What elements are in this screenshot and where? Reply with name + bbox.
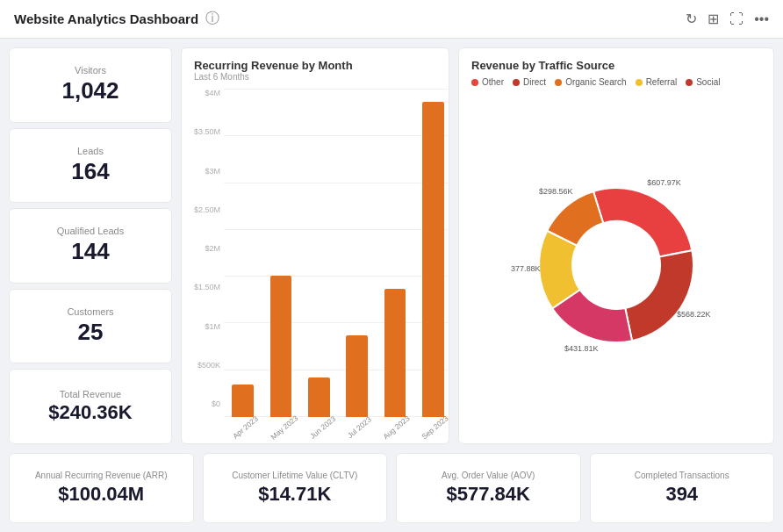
y-axis-label: $4M bbox=[194, 89, 220, 97]
bar bbox=[384, 289, 406, 417]
bottom-kpi-value: 394 bbox=[665, 483, 698, 506]
x-labels: Apr 2023May 2023Jun 2023Jul 2023Aug 2023… bbox=[224, 417, 452, 433]
header-actions: ↻ ⊞ ⛶ ••• bbox=[686, 11, 769, 27]
legend-item: Other bbox=[471, 77, 504, 87]
bar-chart-area: $4M$3.50M$3M$2.50M$2M$1.50M$1M$500K$0 Ap… bbox=[194, 89, 436, 433]
donut-value-label: $607.97K bbox=[647, 178, 681, 187]
kpi-qualified-leads-label: Qualified Leads bbox=[57, 226, 124, 236]
bottom-kpi-label: Customer Lifetime Value (CLTV) bbox=[232, 471, 357, 480]
donut-value-label: $568.22K bbox=[677, 310, 711, 319]
y-axis-label: $2.50M bbox=[194, 205, 220, 214]
header-left: Website Analytics Dashboard ⓘ bbox=[14, 10, 219, 28]
bottom-kpi-value: $577.84K bbox=[447, 483, 530, 506]
app-header: Website Analytics Dashboard ⓘ ↻ ⊞ ⛶ ••• bbox=[0, 0, 783, 39]
bars-and-labels: Apr 2023May 2023Jun 2023Jul 2023Aug 2023… bbox=[224, 89, 452, 433]
donut-segment bbox=[593, 188, 692, 257]
y-axis-label: $2M bbox=[194, 244, 220, 253]
dashboard-body: Visitors 1,042 Leads 164 Qualified Leads… bbox=[0, 39, 783, 532]
kpi-customers-label: Customers bbox=[67, 306, 113, 317]
y-axis-label: $0 bbox=[194, 399, 220, 408]
kpi-customers: Customers 25 bbox=[9, 289, 172, 364]
donut-chart-title: Revenue by Traffic Source bbox=[471, 59, 761, 72]
legend-item: Referral bbox=[636, 77, 678, 87]
legend-label: Social bbox=[696, 77, 720, 87]
kpi-total-revenue: Total Revenue $240.36K bbox=[9, 369, 172, 444]
kpi-leads-value: 164 bbox=[71, 158, 109, 185]
bar bbox=[346, 335, 368, 418]
bottom-kpi-value: $14.71K bbox=[258, 483, 331, 506]
legend-dot bbox=[636, 79, 643, 86]
bar bbox=[422, 102, 444, 417]
bar bbox=[308, 377, 330, 417]
bar-group bbox=[227, 89, 258, 417]
bottom-kpi-value: $100.04M bbox=[58, 483, 144, 506]
kpi-visitors-label: Visitors bbox=[75, 65, 106, 75]
y-axis-label: $3.50M bbox=[194, 127, 220, 136]
donut-value-label: $377.88K bbox=[511, 264, 541, 273]
legend-dot bbox=[513, 79, 520, 86]
bottom-kpi-card: Avg. Order Value (AOV)$577.84K bbox=[396, 453, 581, 523]
kpi-total-revenue-value: $240.36K bbox=[48, 401, 132, 424]
donut-value-label: $298.56K bbox=[539, 187, 573, 196]
bars-row bbox=[224, 89, 452, 417]
donut-area: $607.97K$568.22K$431.81K$377.88K$298.56K bbox=[471, 94, 761, 433]
x-axis-label: Aug 2023 bbox=[381, 413, 411, 441]
legend-label: Referral bbox=[646, 77, 678, 87]
legend-item: Organic Search bbox=[555, 77, 626, 87]
donut-legend: OtherDirectOrganic SearchReferralSocial bbox=[471, 77, 761, 87]
kpi-leads-label: Leads bbox=[77, 146, 104, 156]
x-axis-label: May 2023 bbox=[269, 413, 299, 442]
bottom-kpi-card: Annual Recurring Revenue (ARR)$100.04M bbox=[9, 453, 194, 523]
x-axis-label: Apr 2023 bbox=[231, 414, 260, 441]
y-axis-label: $3M bbox=[194, 167, 220, 176]
kpi-qualified-leads: Qualified Leads 144 bbox=[9, 208, 172, 284]
bar-group bbox=[304, 89, 334, 417]
kpi-customers-value: 25 bbox=[78, 319, 104, 346]
legend-label: Direct bbox=[523, 77, 546, 87]
x-axis-label: Jun 2023 bbox=[308, 414, 337, 441]
y-axis-label: $1M bbox=[194, 322, 220, 331]
bar-chart-panel: Recurring Revenue by Month Last 6 Months… bbox=[181, 47, 449, 444]
share-button[interactable]: ⊞ bbox=[708, 11, 719, 27]
kpi-visitors: Visitors 1,042 bbox=[9, 47, 172, 123]
refresh-button[interactable]: ↻ bbox=[686, 11, 697, 27]
page-title: Website Analytics Dashboard bbox=[14, 11, 198, 26]
bar-group bbox=[265, 89, 296, 417]
donut-svg: $607.97K$568.22K$431.81K$377.88K$298.56K bbox=[511, 167, 722, 360]
bar bbox=[270, 276, 292, 417]
bottom-kpi-label: Completed Transactions bbox=[635, 471, 729, 480]
bar-chart-title: Recurring Revenue by Month bbox=[194, 59, 436, 72]
expand-button[interactable]: ⛶ bbox=[729, 11, 743, 27]
donut-value-label: $431.81K bbox=[564, 344, 599, 353]
kpi-leads: Leads 164 bbox=[9, 128, 172, 204]
legend-item: Direct bbox=[513, 77, 546, 87]
bottom-kpi-label: Annual Recurring Revenue (ARR) bbox=[35, 471, 168, 480]
more-button[interactable]: ••• bbox=[754, 11, 769, 27]
kpi-qualified-leads-value: 144 bbox=[71, 238, 109, 265]
bottom-kpi-card: Customer Lifetime Value (CLTV)$14.71K bbox=[203, 453, 388, 523]
legend-item: Social bbox=[686, 77, 720, 87]
kpi-total-revenue-label: Total Revenue bbox=[60, 389, 121, 399]
bottom-bar: Annual Recurring Revenue (ARR)$100.04MCu… bbox=[9, 453, 774, 523]
info-icon[interactable]: ⓘ bbox=[205, 10, 219, 28]
bottom-kpi-label: Avg. Order Value (AOV) bbox=[442, 471, 535, 480]
bar-group bbox=[341, 89, 372, 417]
x-axis-label: Sep 2023 bbox=[420, 413, 450, 441]
donut-panel: Revenue by Traffic Source OtherDirectOrg… bbox=[458, 47, 774, 444]
y-axis: $4M$3.50M$3M$2.50M$2M$1.50M$1M$500K$0 bbox=[194, 89, 220, 433]
x-axis-label: Jul 2023 bbox=[346, 415, 373, 440]
legend-label: Organic Search bbox=[565, 77, 626, 87]
y-axis-label: $500K bbox=[194, 361, 220, 370]
bar bbox=[232, 385, 254, 417]
bar-chart-inner: $4M$3.50M$3M$2.50M$2M$1.50M$1M$500K$0 Ap… bbox=[194, 89, 436, 433]
kpi-column: Visitors 1,042 Leads 164 Qualified Leads… bbox=[9, 47, 172, 444]
legend-dot bbox=[686, 79, 693, 86]
y-axis-label: $1.50M bbox=[194, 283, 220, 291]
bar-group bbox=[418, 89, 449, 417]
legend-dot bbox=[471, 79, 478, 86]
bottom-kpi-card: Completed Transactions394 bbox=[590, 453, 775, 523]
top-section: Visitors 1,042 Leads 164 Qualified Leads… bbox=[9, 47, 774, 444]
bar-chart-subtitle: Last 6 Months bbox=[194, 72, 436, 82]
kpi-visitors-value: 1,042 bbox=[61, 77, 119, 104]
legend-label: Other bbox=[482, 77, 504, 87]
